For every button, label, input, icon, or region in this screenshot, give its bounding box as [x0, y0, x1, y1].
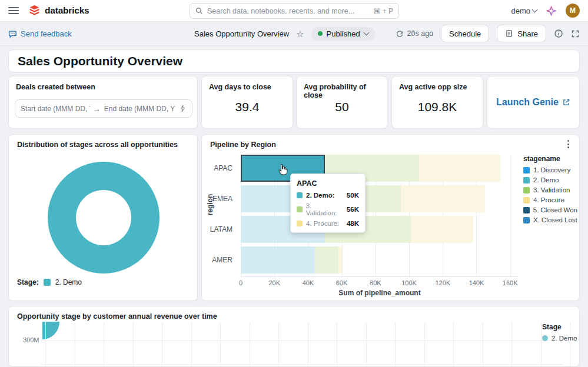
- info-icon[interactable]: [554, 29, 563, 38]
- bar-segment-4-procure[interactable]: [401, 185, 485, 212]
- start-date-field[interactable]: Start date (MMM DD, Y...: [21, 105, 90, 113]
- vertical-gridline: [483, 322, 483, 366]
- bar-row-latam[interactable]: [241, 216, 519, 243]
- time-plot-area[interactable]: 300M: [9, 306, 579, 366]
- lightning-icon[interactable]: [179, 105, 187, 112]
- counter-card-avg-opp-size: Avg active opp size 109.8K: [391, 76, 483, 129]
- refresh-control[interactable]: 20s ago: [396, 29, 433, 38]
- chart-tooltip: APAC 2. Demo:50K3. Validation:56K4. Proc…: [290, 174, 366, 233]
- chevron-down-icon: [532, 7, 538, 13]
- legend-title: stagename: [523, 155, 577, 163]
- legend-item[interactable]: X. Closed Lost: [523, 216, 577, 223]
- vertical-gridline: [250, 322, 250, 366]
- user-avatar[interactable]: M: [566, 4, 580, 18]
- legend-item[interactable]: 5. Closed Won: [523, 206, 577, 213]
- vertical-gridline: [45, 322, 46, 366]
- tooltip-row: 2. Demo:50K: [297, 192, 359, 199]
- legend-item-label: 5. Closed Won: [533, 206, 577, 213]
- legend-item[interactable]: 2. Demo: [523, 176, 577, 184]
- date-filter-card: Deals created between Start date (MMM DD…: [8, 76, 198, 129]
- hamburger-menu-icon[interactable]: [8, 7, 19, 14]
- bar-segment-2-demo[interactable]: [241, 246, 315, 273]
- tooltip-value: 50K: [347, 192, 359, 199]
- bar-row-apac[interactable]: [241, 155, 519, 182]
- vertical-gridline: [366, 322, 367, 366]
- tooltip-row: 4. Procure:48K: [297, 220, 359, 227]
- refresh-icon: [396, 29, 404, 38]
- x-tick-label: 20K: [268, 279, 280, 286]
- pipeline-by-region-chart-card: Pipeline by Region region APACEMEALATAMA…: [201, 134, 580, 301]
- assistant-sparkle-icon[interactable]: [546, 5, 557, 16]
- y-axis-labels: APACEMEALATAMAMER: [202, 155, 236, 277]
- tooltip-swatch: [297, 206, 303, 212]
- tooltip-value: 48K: [347, 220, 359, 227]
- donut-legend: Stage: 2. Demo: [17, 278, 82, 286]
- fullscreen-icon[interactable]: [571, 29, 580, 38]
- counter-value: 50: [297, 100, 387, 114]
- schedule-button[interactable]: Schedule: [441, 25, 489, 42]
- bar-segment-4-procure[interactable]: [419, 155, 500, 182]
- legend-title: Stage:: [17, 278, 39, 286]
- search-input[interactable]: [207, 7, 369, 15]
- date-range-picker[interactable]: Start date (MMM DD, Y... → End date (MMM…: [15, 99, 192, 118]
- publish-status-dropdown[interactable]: Published: [311, 27, 375, 41]
- tooltip-title: APAC: [297, 179, 359, 188]
- share-button[interactable]: Share: [497, 25, 546, 42]
- legend-item-label[interactable]: 2. Demo: [55, 278, 82, 286]
- workspace-selector[interactable]: demo: [511, 6, 537, 15]
- y-axis-tick-label: 300M: [23, 336, 39, 343]
- y-tick-label: APAC: [202, 164, 232, 172]
- last-refreshed-label: 20s ago: [407, 29, 433, 38]
- chart-options-kebab-icon[interactable]: [564, 139, 572, 149]
- workspace-name: demo: [511, 6, 530, 15]
- horizontal-gridline: [41, 341, 563, 341]
- send-feedback-label: Send feedback: [21, 29, 72, 38]
- legend-item[interactable]: 4. Procure: [523, 196, 577, 203]
- y-tick-label: AMER: [202, 256, 232, 264]
- legend-item[interactable]: 1. Discovery: [523, 166, 577, 174]
- x-axis-title: Sum of pipeline_amount: [241, 289, 519, 297]
- legend-swatch: [523, 207, 530, 213]
- tooltip-swatch: [297, 192, 303, 198]
- vertical-gridline: [424, 322, 425, 366]
- chevron-down-icon: [363, 30, 369, 36]
- bar-row-emea[interactable]: [241, 185, 519, 212]
- bar-segment-4-procure[interactable]: [411, 216, 473, 243]
- global-search-bar[interactable]: ⌘ + P: [190, 3, 399, 19]
- end-date-field[interactable]: End date (MMM DD, YY...: [104, 105, 175, 113]
- legend-swatch: [44, 279, 51, 286]
- databricks-logo[interactable]: databricks: [28, 5, 89, 17]
- feedback-bubble-icon: [8, 29, 17, 38]
- legend-item-label: 4. Procure: [533, 196, 564, 203]
- counter-card-avg-days: Avg days to close 39.4: [201, 76, 293, 129]
- legend-swatch: [523, 167, 530, 174]
- x-tick-label: 60K: [336, 279, 348, 286]
- search-icon: [195, 7, 203, 15]
- legend-swatch: [523, 217, 530, 223]
- donut-chart[interactable]: [48, 162, 160, 273]
- stage-distribution-chart-card: Distribution of stages across all opport…: [8, 134, 198, 301]
- databricks-dashboard-app: databricks ⌘ + P demo M: [0, 0, 588, 367]
- y-tick-label: LATAM: [202, 225, 232, 233]
- counter-value: 39.4: [202, 100, 293, 114]
- bar-row-amer[interactable]: [241, 246, 519, 273]
- bar-segment-4-procure[interactable]: [338, 246, 342, 273]
- vertical-gridline: [278, 322, 279, 366]
- legend-item-label: 2. Demo: [533, 176, 559, 184]
- vertical-gridline: [75, 322, 75, 366]
- legend-item[interactable]: 2. Demo: [542, 335, 577, 342]
- schedule-label: Schedule: [449, 29, 481, 38]
- vertical-gridline: [541, 322, 542, 366]
- databricks-logo-icon: [28, 5, 41, 17]
- tooltip-row: 3. Validation:56K: [297, 202, 359, 216]
- launch-genie-link[interactable]: Launch Genie: [496, 97, 570, 108]
- legend-item-label: 2. Demo: [552, 335, 577, 342]
- legend-item[interactable]: 3. Validation: [523, 186, 577, 193]
- x-tick-label: 140K: [469, 279, 484, 286]
- legend-item-label: X. Closed Lost: [533, 216, 577, 223]
- send-feedback-link[interactable]: Send feedback: [8, 29, 72, 38]
- bar-segment-3-validation[interactable]: [315, 246, 338, 273]
- bar-plot-area[interactable]: [241, 155, 519, 277]
- favorite-star-icon[interactable]: ☆: [296, 29, 304, 38]
- page-title-card: Sales Opportunity Overview: [8, 49, 580, 72]
